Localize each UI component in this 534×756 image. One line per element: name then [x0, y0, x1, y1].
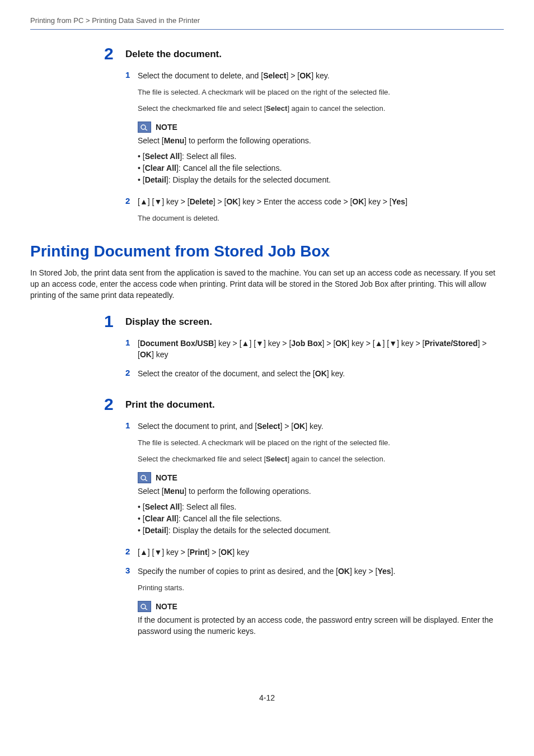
paragraph: Select the checkmarked file and select [… — [138, 454, 504, 464]
bullet: • [Detail]: Display the details for the … — [138, 525, 504, 536]
note-bullets: • [Select All]: Select all files. • [Cle… — [138, 501, 504, 536]
bullet: • [Clear All]: Cancel all the file selec… — [138, 513, 504, 525]
intro-paragraph: In Stored Job, the print data sent from … — [30, 267, 504, 301]
display-substeps: 1 [Document Box/USB] key > [▲] [▼] key >… — [125, 338, 504, 379]
note-title: NOTE — [156, 602, 177, 611]
note-title: NOTE — [156, 473, 177, 482]
substep-number: 3 — [125, 566, 138, 575]
substep-text: [Document Box/USB] key > [▲] [▼] key > [… — [138, 338, 504, 360]
svg-line-3 — [145, 479, 147, 481]
print-substeps: 1 Select the document to print, and [Sel… — [125, 421, 504, 637]
svg-line-1 — [145, 129, 147, 130]
paragraph: The file is selected. A checkmark will b… — [138, 437, 504, 448]
page: Printing from PC > Printing Data Saved i… — [0, 0, 534, 756]
step-number: 2 — [104, 45, 125, 62]
bullet: • [Detail]: Display the details for the … — [138, 174, 504, 186]
step-number: 2 — [104, 396, 125, 413]
note-icon — [138, 122, 151, 133]
note-icon — [138, 601, 151, 612]
note-bullets: • [Select All]: Select all files. • [Cle… — [138, 151, 504, 186]
substep-number: 1 — [125, 338, 138, 347]
svg-point-0 — [141, 125, 146, 129]
step-title: Display the screen. — [125, 313, 212, 328]
note-lead: Select [Menu] to perform the following o… — [138, 135, 504, 146]
substep-text: Select the document to print, and [Selec… — [138, 421, 324, 432]
substep-text: Specify the number of copies to print as… — [138, 566, 395, 577]
svg-point-2 — [141, 475, 146, 480]
paragraph: Printing starts. — [138, 582, 504, 593]
step-number: 1 — [104, 313, 125, 330]
page-number: 4-12 — [0, 693, 534, 702]
svg-point-4 — [141, 604, 146, 609]
svg-line-5 — [145, 608, 147, 610]
substep-number: 2 — [125, 368, 138, 377]
substep-number: 1 — [125, 421, 138, 430]
paragraph: The file is selected. A checkmark will b… — [138, 87, 504, 97]
step-title: Print the document. — [125, 396, 215, 410]
step-delete-document: 2 Delete the document. — [104, 45, 504, 62]
note-box: NOTE Select [Menu] to perform the follow… — [138, 122, 504, 186]
note-title: NOTE — [156, 123, 177, 132]
substep-text: Select the document to delete, and [Sele… — [138, 70, 330, 81]
note-box: NOTE If the document is protected by an … — [138, 601, 504, 637]
step-display-screen: 1 Display the screen. — [104, 313, 504, 330]
substep-text: [▲] [▼] key > [Print] > [OK] key — [138, 547, 249, 558]
delete-substeps: 1 Select the document to delete, and [Se… — [125, 70, 504, 223]
step-title: Delete the document. — [125, 45, 222, 60]
note-box: NOTE Select [Menu] to perform the follow… — [138, 472, 504, 536]
bullet: • [Clear All]: Cancel all the file selec… — [138, 162, 504, 174]
note-body: If the document is protected by an acces… — [138, 614, 504, 637]
paragraph: Select the checkmarked file and select [… — [138, 103, 504, 114]
bullet: • [Select All]: Select all files. — [138, 501, 504, 513]
section-heading: Printing Document from Stored Job Box — [30, 242, 504, 260]
step-print-document: 2 Print the document. — [104, 396, 504, 413]
note-icon — [138, 472, 151, 483]
substep-text: Select the creator of the document, and … — [138, 368, 345, 379]
substep-number: 2 — [125, 547, 138, 556]
substep-number: 1 — [125, 70, 138, 80]
substep-text: [▲] [▼] key > [Delete] > [OK] key > Ente… — [138, 196, 407, 207]
bullet: • [Select All]: Select all files. — [138, 151, 504, 162]
breadcrumb: Printing from PC > Printing Data Saved i… — [30, 16, 504, 30]
substep-number: 2 — [125, 196, 138, 206]
paragraph: The document is deleted. — [138, 213, 504, 223]
note-lead: Select [Menu] to perform the following o… — [138, 486, 504, 497]
